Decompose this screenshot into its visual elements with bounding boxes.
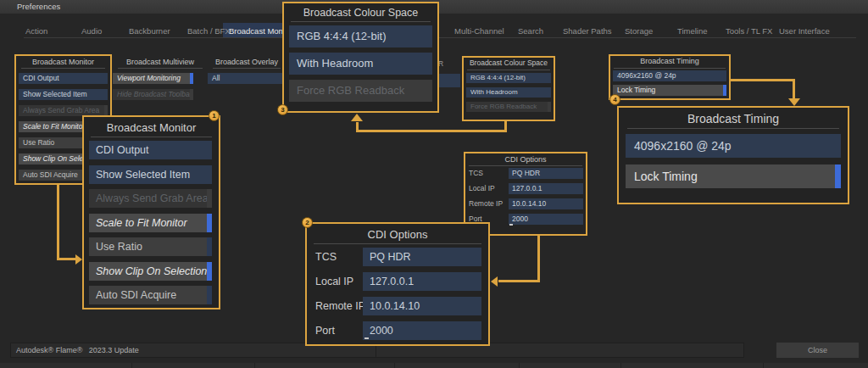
lock-timing-toggle[interactable]: Lock Timing [626, 164, 841, 188]
tcs-select[interactable]: PQ HDR [363, 248, 481, 266]
panel-title: Broadcast Timing [619, 112, 848, 125]
hidden-panel-button-fragment [437, 74, 460, 87]
preferences-window: Preferences Action Audio Backburner Batc… [0, 0, 868, 368]
broadcast-overlay-select[interactable]: All [208, 73, 286, 84]
panel-title-separator [467, 70, 550, 70]
arrow-segment [356, 130, 507, 132]
panel-title-separator [291, 21, 431, 22]
panel-title-separator [118, 68, 203, 69]
tab-user-interface[interactable]: User Interface [779, 26, 830, 36]
tab-multi-channel[interactable]: Multi-Channel [454, 26, 504, 36]
headroom-select-mini[interactable]: With Headroom [466, 87, 551, 98]
bottom-strip-divider [620, 363, 621, 368]
hide-broadcast-toolbar-toggle[interactable]: Hide Broadcast Toolbar [113, 89, 193, 100]
arrow-head [491, 276, 498, 287]
remote-ip-label: Remote IP [315, 297, 365, 315]
panel-broadcast-multiview: Broadcast Multiview Viewport Monitoring … [113, 54, 208, 105]
show-selected-item-button-mini[interactable]: Show Selected Item [19, 89, 108, 100]
panel-title-separator [213, 68, 281, 69]
tcs-label: TCS [315, 248, 337, 266]
panel-title-separator [21, 68, 105, 69]
tab-action[interactable]: Action [25, 26, 47, 36]
auto-sdi-acquire-toggle[interactable]: Auto SDI Acquire [89, 286, 212, 304]
tab-storage[interactable]: Storage [625, 26, 653, 36]
always-send-grab-area-toggle[interactable]: Always Send Grab Area [89, 189, 212, 208]
arrow-segment [793, 79, 795, 100]
panel-broadcast-timing-mini: Broadcast Timing 4096x2160 @ 24p Lock Ti… [609, 54, 731, 100]
callout-broadcast-timing: Broadcast Timing 4096x2160 @ 24p Lock Ti… [617, 106, 849, 204]
scale-to-fit-monitor-toggle[interactable]: Scale to Fit Monitor [89, 214, 212, 232]
cdi-output-button[interactable]: CDI Output [89, 141, 212, 159]
panel-title-separator [91, 137, 212, 137]
panel-title-separator [614, 68, 726, 69]
port-label: Port [315, 321, 335, 340]
timing-format-select-mini[interactable]: 4096x2160 @ 24p [613, 70, 726, 81]
callout-badge-3: 3 [277, 104, 288, 115]
show-selected-item-button[interactable]: Show Selected Item [89, 165, 212, 184]
viewport-monitoring-toggle[interactable]: Viewport Monitoring [113, 73, 193, 84]
panel-title: Broadcast Overlay [208, 58, 286, 66]
force-rgb-readback-toggle-mini[interactable]: Force RGB Readback [466, 102, 551, 112]
arrow-segment [729, 79, 795, 81]
panel-title: CDI Options [465, 155, 586, 164]
panel-title: Broadcast Colour Space [464, 59, 554, 67]
bottom-strip-divider [254, 363, 255, 368]
tab-tools-tl-fx[interactable]: Tools / TL FX [726, 26, 772, 36]
callout-broadcast-colour-space: Broadcast Colour Space RGB 4:4:4 (12-bit… [282, 2, 439, 113]
callout-cdi-options: CDI Options TCS PQ HDR Local IP 127.0.0.… [305, 222, 490, 346]
callout-badge-1: 1 [209, 110, 220, 121]
colour-space-format-select[interactable]: RGB 4:4:4 (12-bit) [289, 25, 432, 47]
show-clip-on-selection-toggle[interactable]: Show Clip On Selection [89, 262, 212, 281]
arrow-segment [57, 185, 59, 260]
arrow-segment [537, 236, 540, 282]
callout-broadcast-monitor: Broadcast Monitor CDI Output Show Select… [82, 115, 220, 309]
timing-format-select[interactable]: 4096x2160 @ 24p [626, 134, 841, 158]
panel-title-separator [469, 165, 582, 166]
lock-timing-toggle-mini[interactable]: Lock Timing [613, 85, 726, 96]
tab-search[interactable]: Search [518, 26, 543, 36]
panel-title-separator [314, 243, 481, 244]
force-rgb-readback-toggle[interactable]: Force RGB Readback [289, 80, 432, 102]
tab-backburner[interactable]: Backburner [129, 26, 170, 36]
callout-badge-4: 4 [609, 94, 620, 105]
bottom-strip-divider [763, 363, 764, 368]
tcs-label: TCS [469, 168, 483, 179]
slider-indicator [509, 224, 513, 226]
remote-ip-field[interactable]: 10.0.14.10 [363, 297, 481, 315]
port-field[interactable]: 2000 [363, 321, 481, 340]
tab-timeline[interactable]: Timeline [677, 26, 708, 36]
bottom-strip-divider [131, 363, 132, 368]
app-version-label: Autodesk® Flame® 2023.3 Update [16, 343, 139, 357]
panel-title: CDI Options [307, 228, 488, 241]
arrow-head [75, 254, 82, 265]
local-ip-label: Local IP [469, 183, 495, 194]
use-ratio-toggle[interactable]: Use Ratio [89, 237, 212, 256]
arrow-segment [498, 280, 540, 282]
remote-ip-label: Remote IP [469, 198, 503, 209]
panel-title: Broadcast Colour Space [284, 7, 437, 19]
tabs-underline [24, 37, 856, 38]
port-field-mini[interactable]: 2000 [509, 214, 583, 225]
local-ip-field-mini[interactable]: 127.0.0.1 [509, 183, 583, 194]
panel-title-separator [627, 128, 839, 129]
arrow-segment [356, 122, 359, 131]
close-button[interactable]: Close [776, 343, 859, 358]
colour-space-format-select-mini[interactable]: RGB 4:4:4 (12-bit) [466, 73, 551, 83]
arrow-segment [57, 258, 77, 260]
panel-broadcast-colour-space-mini: Broadcast Colour Space RGB 4:4:4 (12-bit… [462, 56, 555, 121]
local-ip-field[interactable]: 127.0.0.1 [363, 272, 481, 291]
cdi-output-button-mini[interactable]: CDI Output [19, 73, 108, 84]
callout-badge-2: 2 [302, 217, 313, 228]
tab-audio[interactable]: Audio [81, 26, 102, 36]
panel-title: Broadcast Monitor [84, 121, 219, 134]
tcs-select-mini[interactable]: PQ HDR [509, 168, 583, 179]
remote-ip-field-mini[interactable]: 10.0.14.10 [509, 198, 583, 209]
bottom-strip [0, 363, 868, 368]
tab-batch-bfx[interactable]: Batch / BFX [187, 26, 231, 36]
panel-title: Broadcast Multiview [113, 58, 208, 66]
tab-shader-paths[interactable]: Shader Paths [563, 26, 612, 36]
slider-indicator [364, 337, 369, 339]
arrow-head [788, 98, 800, 106]
headroom-select[interactable]: With Headroom [289, 53, 432, 75]
bottom-strip-divider [519, 363, 520, 368]
